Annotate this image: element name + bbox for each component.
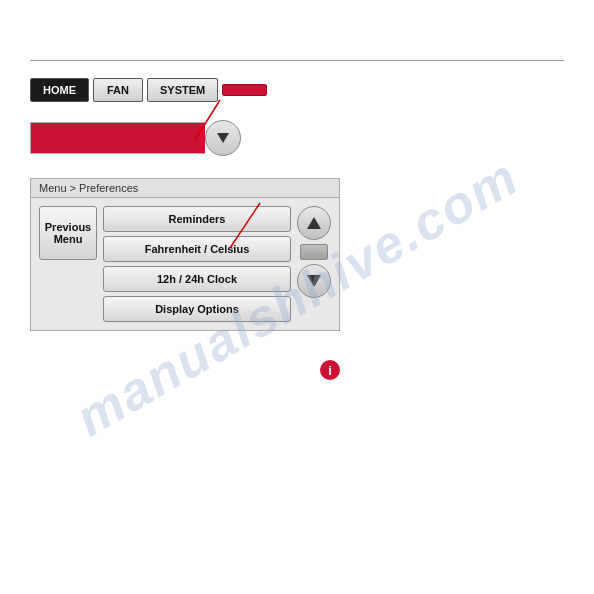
scroll-down-button[interactable] bbox=[205, 120, 241, 156]
system-button[interactable]: SYSTEM bbox=[147, 78, 218, 102]
display-options-button[interactable]: Display Options bbox=[103, 296, 291, 322]
extra-button[interactable] bbox=[222, 84, 267, 96]
fahrenheit-celsius-button[interactable]: Fahrenheit / Celsius bbox=[103, 236, 291, 262]
menu-panel-body: Previous Menu Reminders Fahrenheit / Cel… bbox=[31, 198, 339, 330]
menu-items-list: Reminders Fahrenheit / Celsius 12h / 24h… bbox=[103, 206, 291, 322]
breadcrumb: Menu > Preferences bbox=[31, 179, 339, 198]
nav-bar: HOME FAN SYSTEM bbox=[30, 78, 267, 102]
scroll-up-button[interactable] bbox=[297, 206, 331, 240]
scroll-controls bbox=[297, 206, 331, 298]
up-arrow-icon bbox=[307, 217, 321, 229]
reminders-button[interactable]: Reminders bbox=[103, 206, 291, 232]
scroll-down-button[interactable] bbox=[297, 264, 331, 298]
menu-panel: Menu > Preferences Previous Menu Reminde… bbox=[30, 178, 340, 331]
scroll-middle bbox=[300, 244, 328, 260]
slider-row bbox=[30, 120, 241, 156]
slider-bar bbox=[30, 122, 205, 154]
info-icon[interactable]: i bbox=[320, 360, 340, 380]
previous-menu-button[interactable]: Previous Menu bbox=[39, 206, 97, 260]
top-divider bbox=[30, 60, 564, 61]
down-arrow-icon bbox=[307, 275, 321, 287]
clock-button[interactable]: 12h / 24h Clock bbox=[103, 266, 291, 292]
home-button[interactable]: HOME bbox=[30, 78, 89, 102]
fan-button[interactable]: FAN bbox=[93, 78, 143, 102]
down-arrow-icon bbox=[217, 133, 229, 143]
